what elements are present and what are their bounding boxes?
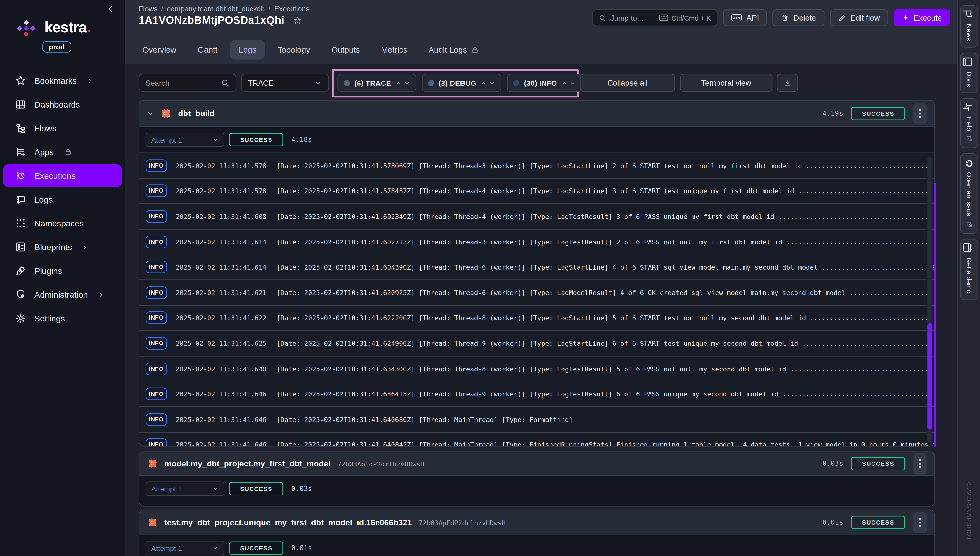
rail-button-news[interactable]: News bbox=[960, 5, 978, 47]
download-logs-button[interactable] bbox=[777, 74, 798, 92]
rail-button-help[interactable]: Help bbox=[960, 98, 978, 149]
api-button[interactable]: API API bbox=[723, 10, 767, 26]
sidebar-item-dashboards[interactable]: Dashboards bbox=[0, 92, 125, 116]
task-menu-kebab-icon[interactable] bbox=[913, 453, 927, 474]
log-row[interactable]: INFO 2025-02-02 11:31:41.578 [Date: 2025… bbox=[139, 178, 935, 203]
status-badge: SUCCESS bbox=[851, 516, 905, 529]
sidebar-item-logs[interactable]: Logs bbox=[0, 187, 125, 211]
task-header[interactable]: dbt_build 4.19s SUCCESS bbox=[139, 100, 935, 127]
chevron-down-icon[interactable] bbox=[147, 110, 154, 117]
log-timestamp: 2025-02-02 11:31:41.646 bbox=[176, 390, 267, 398]
log-row[interactable]: INFO 2025-02-02 11:31:41.625 [Date: 2025… bbox=[139, 330, 935, 356]
log-level-select[interactable]: TRACE bbox=[241, 74, 329, 92]
log-timestamp: 2025-02-02 11:31:41.578 bbox=[176, 187, 267, 195]
edit-flow-button[interactable]: Edit flow bbox=[830, 10, 888, 26]
delete-button[interactable]: Delete bbox=[773, 10, 824, 26]
task-header[interactable]: model.my_dbt_project.my_first_dbt_model … bbox=[139, 452, 935, 476]
sidebar-item-bookmarks[interactable]: Bookmarks bbox=[0, 69, 125, 93]
log-row[interactable]: INFO 2025-02-02 11:31:41.622 [Date: 2025… bbox=[139, 305, 935, 330]
log-row[interactable]: INFO 2025-02-02 11:31:41.614 [Date: 2025… bbox=[139, 229, 935, 254]
page-title: 1A1VONzbBMtjPOSDa1xQhi bbox=[139, 15, 284, 27]
level-filter-chip[interactable]: (3) DEBUG bbox=[422, 74, 501, 92]
attempt-status-badge: SUCCESS bbox=[229, 133, 283, 146]
task-card-test: test.my_dbt_project.unique_my_first_dbt_… bbox=[139, 510, 935, 556]
log-message: [Date: 2025-02-02T10:31:41.578487Z] [Thr… bbox=[276, 187, 935, 195]
jump-to-input[interactable]: Jump to... Ctrl/Cmd + K bbox=[592, 10, 717, 26]
task-menu-kebab-icon[interactable] bbox=[913, 103, 927, 124]
breadcrumb-namespace[interactable]: company.team.dbt.dbt_duckdb bbox=[167, 5, 265, 13]
level-filter-chip[interactable]: (30) INFO bbox=[507, 74, 582, 92]
rail-button-open-an-issue[interactable]: Open an issue bbox=[960, 154, 978, 234]
execute-button[interactable]: Execute bbox=[894, 10, 950, 26]
task-header[interactable]: test.my_dbt_project.unique_my_first_dbt_… bbox=[139, 510, 935, 535]
log-row[interactable]: INFO 2025-02-02 11:31:41.621 [Date: 2025… bbox=[139, 280, 935, 305]
external-link-icon bbox=[965, 135, 973, 142]
sidebar-item-administration[interactable]: Administration bbox=[0, 283, 125, 306]
sidebar-item-blueprints[interactable]: Blueprints bbox=[0, 235, 125, 259]
page-header: Flows / company.team.dbt.dbt_duckdb / Ex… bbox=[125, 0, 957, 36]
attempt-select[interactable]: Attempt 1 bbox=[146, 133, 224, 147]
tab-label: Logs bbox=[239, 45, 256, 55]
log-list: INFO 2025-02-02 11:31:41.578 [Date: 2025… bbox=[139, 153, 935, 446]
attempt-select[interactable]: Attempt 1 bbox=[146, 541, 224, 555]
log-row[interactable]: INFO 2025-02-02 11:31:41.646 [Date: 2025… bbox=[139, 432, 935, 446]
sidebar-item-apps[interactable]: Apps bbox=[0, 140, 125, 164]
rail-button-get-a-demo[interactable]: Get a demo bbox=[960, 239, 978, 300]
sidebar-item-plugins[interactable]: Plugins bbox=[0, 259, 125, 283]
favorite-star-icon[interactable] bbox=[293, 16, 302, 25]
log-row[interactable]: INFO 2025-02-02 11:31:41.640 [Date: 2025… bbox=[139, 356, 935, 381]
status-badge: SUCCESS bbox=[851, 107, 905, 120]
tab-gantt[interactable]: Gantt bbox=[198, 45, 218, 55]
log-message: [Date: 2025-02-02T10:31:41.634300Z] [Thr… bbox=[276, 365, 935, 372]
sidebar-collapse-icon[interactable] bbox=[106, 5, 114, 13]
rail-button-docs[interactable]: Docs bbox=[960, 52, 978, 93]
search-input[interactable]: Search bbox=[139, 74, 236, 92]
tab-logs[interactable]: Logs bbox=[230, 40, 265, 60]
log-row[interactable]: INFO 2025-02-02 11:31:41.646 [Date: 2025… bbox=[139, 406, 935, 432]
task-menu-kebab-icon[interactable] bbox=[913, 512, 927, 533]
level-filter-chip[interactable]: (6) TRACE bbox=[337, 74, 416, 92]
sidebar-item-label: Logs bbox=[34, 195, 53, 204]
log-row[interactable]: INFO 2025-02-02 11:31:41.578 [Date: 2025… bbox=[139, 153, 935, 178]
tab-overview[interactable]: Overview bbox=[143, 45, 176, 55]
temporal-view-button[interactable]: Temporal view bbox=[680, 74, 772, 92]
log-level-badge: INFO bbox=[146, 439, 167, 446]
kestra-logo[interactable]: kestra. bbox=[14, 19, 90, 36]
tab-label: Audit Logs bbox=[429, 45, 467, 55]
log-row[interactable]: INFO 2025-02-02 11:31:41.646 [Date: 2025… bbox=[139, 381, 935, 406]
sidebar-item-flows[interactable]: Flows bbox=[0, 116, 125, 140]
chevron-right-icon bbox=[97, 291, 104, 298]
log-row[interactable]: INFO 2025-02-02 11:31:41.608 [Date: 2025… bbox=[139, 203, 935, 229]
chevron-down-icon bbox=[489, 80, 495, 86]
tab-audit-logs[interactable]: Audit Logs bbox=[429, 45, 479, 55]
collapse-all-button[interactable]: Collapse all bbox=[580, 74, 675, 92]
sidebar-menu: Bookmarks Dashboards Flows Apps bbox=[0, 69, 125, 330]
tab-topology[interactable]: Topology bbox=[278, 45, 310, 55]
tab-outputs[interactable]: Outputs bbox=[331, 45, 360, 55]
book-icon bbox=[965, 58, 973, 67]
breadcrumb-executions[interactable]: Executions bbox=[274, 5, 309, 13]
log-message: [Date: 2025-02-02T10:31:41.636415Z] [Thr… bbox=[276, 390, 935, 398]
log-scrollbar-thumb[interactable] bbox=[927, 323, 932, 430]
logs-icon bbox=[15, 194, 26, 205]
attempt-row: Attempt 1 SUCCESS 4.18s bbox=[139, 127, 935, 153]
task-execution-id: 72b03ApFdP2drlhzvUDwsH bbox=[419, 519, 506, 526]
sidebar-item-namespaces[interactable]: Namespaces bbox=[0, 211, 125, 235]
sidebar-item-label: Administration bbox=[34, 290, 88, 299]
sidebar-item-settings[interactable]: Settings bbox=[0, 306, 125, 330]
dashboards-icon bbox=[15, 99, 26, 110]
log-message: [Date: 2025-02-02T10:31:41.604390Z] [Thr… bbox=[276, 263, 935, 271]
sidebar-item-label: Plugins bbox=[34, 266, 62, 275]
attempt-select[interactable]: Attempt 1 bbox=[146, 482, 224, 496]
log-level-badge: INFO bbox=[146, 312, 167, 324]
log-row[interactable]: INFO 2025-02-02 11:31:41.614 [Date: 2025… bbox=[139, 254, 935, 280]
search-placeholder: Search bbox=[146, 79, 169, 87]
sidebar-item-executions[interactable]: Executions bbox=[3, 165, 122, 187]
sidebar-item-label: Apps bbox=[34, 147, 53, 157]
lock-icon bbox=[64, 148, 72, 155]
tab-label: Topology bbox=[278, 45, 310, 55]
log-timestamp: 2025-02-02 11:31:41.622 bbox=[176, 314, 267, 322]
task-card-model: model.my_dbt_project.my_first_dbt_model … bbox=[139, 452, 935, 506]
tab-metrics[interactable]: Metrics bbox=[381, 45, 407, 55]
breadcrumb-flows[interactable]: Flows bbox=[139, 5, 157, 13]
